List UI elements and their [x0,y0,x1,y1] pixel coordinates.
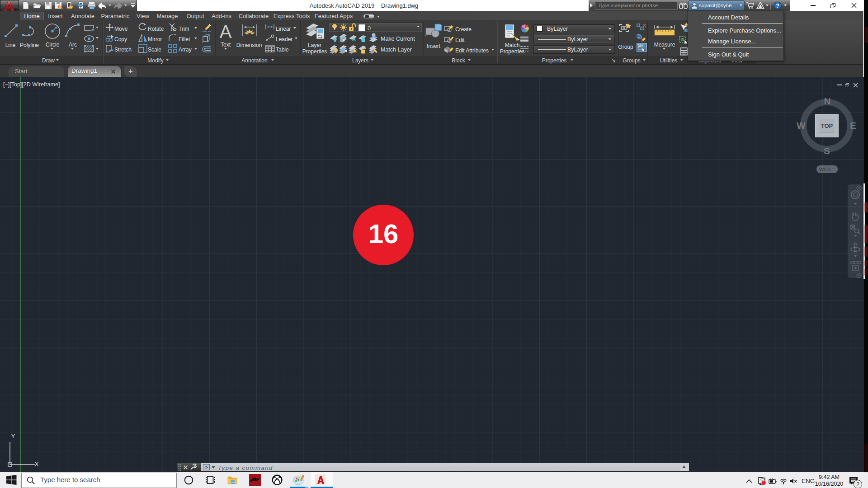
svg-text:X: X [34,460,39,468]
svg-text:Y: Y [11,433,15,440]
svg-text:?: ? [776,3,779,9]
